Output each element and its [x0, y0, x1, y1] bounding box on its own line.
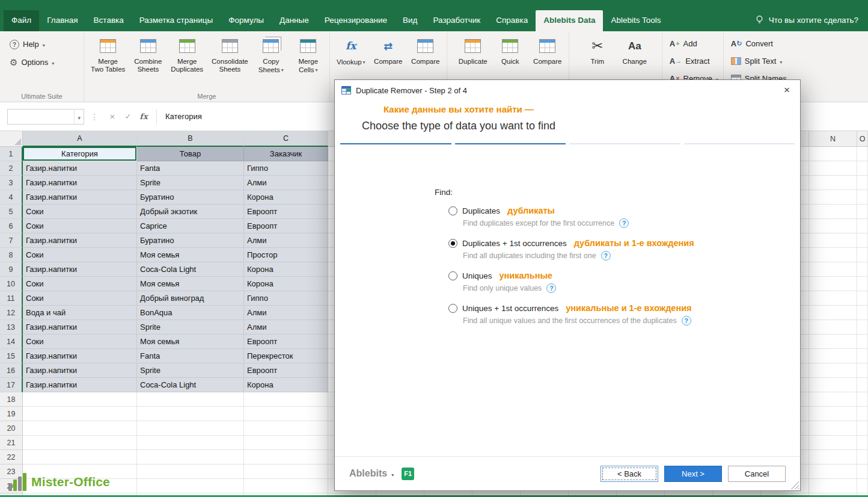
cell-C15[interactable]: Перекресток	[244, 349, 328, 363]
cell-A10[interactable]: Соки	[23, 277, 137, 291]
cell-N11[interactable]	[809, 291, 857, 306]
cell-B5[interactable]: Добрый экзотик	[137, 205, 244, 219]
cell-B3[interactable]: Sprite	[137, 176, 244, 190]
cell-C19[interactable]	[244, 407, 328, 421]
ribbon-tab-item[interactable]: Вид	[395, 10, 425, 31]
row-header-10[interactable]: 10	[0, 277, 23, 291]
formula-bar-value[interactable]: Категория	[165, 112, 202, 121]
cell-A21[interactable]	[23, 436, 137, 450]
confirm-entry-icon[interactable]	[120, 112, 136, 121]
cell-A16[interactable]: Газир.напитки	[23, 363, 137, 378]
cell-O6[interactable]	[857, 219, 868, 233]
ribbon-button-extract[interactable]: Extract	[670, 55, 718, 67]
ribbon-button-merge-duplicates[interactable]: MergeDuplicates	[167, 34, 207, 73]
cell-B10[interactable]: Моя семья	[137, 277, 244, 291]
row-header-11[interactable]: 11	[0, 291, 23, 306]
cell-N7[interactable]	[809, 233, 857, 248]
ribbon-button-change[interactable]: Change	[616, 34, 653, 66]
row-header-3[interactable]: 3	[0, 176, 23, 190]
cell-B21[interactable]	[137, 436, 244, 450]
cell-O19[interactable]	[857, 407, 868, 421]
f1-help-badge[interactable]: F1	[402, 468, 414, 480]
cell-B18[interactable]	[137, 392, 244, 407]
ribbon-button-quick[interactable]: Quick	[492, 34, 529, 66]
cell-B6[interactable]: Caprice	[137, 219, 244, 233]
cell-O22[interactable]	[857, 450, 868, 465]
cell-B19[interactable]	[137, 407, 244, 421]
radio-icon[interactable]	[448, 271, 457, 280]
cell-A13[interactable]: Газир.напитки	[23, 320, 137, 335]
help-circle-icon[interactable]	[601, 251, 611, 261]
cell-A12[interactable]: Вода и чай	[23, 306, 137, 320]
cell-O20[interactable]	[857, 421, 868, 436]
cell-N6[interactable]	[809, 219, 857, 233]
ribbon-tab-ablebits-data[interactable]: Ablebits Data	[536, 10, 603, 31]
cell-A14[interactable]: Соки	[23, 335, 137, 349]
cell-C1[interactable]: Заказчик	[244, 147, 328, 161]
column-header-C[interactable]: C	[244, 131, 328, 147]
row-header-16[interactable]: 16	[0, 363, 23, 378]
cell-C24[interactable]	[244, 479, 328, 493]
cell-A6[interactable]: Соки	[23, 219, 137, 233]
ribbon-button-merge-cells[interactable]: MergeCells	[290, 34, 327, 74]
row-header-22[interactable]: 22	[0, 450, 23, 465]
cell-C22[interactable]	[244, 450, 328, 465]
cell-C13[interactable]: Алми	[244, 320, 328, 335]
ribbon-button-split-text[interactable]: Split Text	[731, 55, 787, 67]
radio-option-uniques-1st-occurrences[interactable]: Uniques + 1st occurrencesуникальные и 1-…	[448, 303, 800, 313]
cell-N16[interactable]	[809, 363, 857, 378]
cell-N13[interactable]	[809, 320, 857, 335]
cell-N20[interactable]	[809, 421, 857, 436]
cancel-button[interactable]: Cancel	[728, 466, 786, 482]
row-header-15[interactable]: 15	[0, 349, 23, 363]
cell-C14[interactable]: Евроопт	[244, 335, 328, 349]
close-icon[interactable]	[776, 82, 798, 99]
ribbon-tab-item[interactable]: Данные	[272, 10, 317, 31]
cell-A18[interactable]	[23, 392, 137, 407]
cell-N18[interactable]	[809, 392, 857, 407]
ribbon-tab-ablebits-tools[interactable]: Ablebits Tools	[603, 10, 668, 31]
ribbon-button-compare[interactable]: Compare	[370, 34, 407, 66]
radio-icon[interactable]	[448, 206, 457, 215]
cell-O16[interactable]	[857, 363, 868, 378]
cell-A7[interactable]: Газир.напитки	[23, 233, 137, 248]
insert-function-icon[interactable]: fx	[136, 112, 151, 121]
cell-C20[interactable]	[244, 421, 328, 436]
cell-A5[interactable]: Соки	[23, 205, 137, 219]
cell-O8[interactable]	[857, 248, 868, 262]
ribbon-tab-item[interactable]: Вставка	[86, 10, 132, 31]
cell-C7[interactable]: Алми	[244, 233, 328, 248]
cell-B9[interactable]: Coca-Cola Light	[137, 262, 244, 277]
ribbon-button-compare[interactable]: Compare	[529, 34, 566, 66]
ribbon-tab-item[interactable]: Разметка страницы	[132, 10, 221, 31]
cell-O2[interactable]	[857, 161, 868, 176]
help-circle-icon[interactable]	[619, 218, 629, 228]
row-header-13[interactable]: 13	[0, 320, 23, 335]
ribbon-tab-item[interactable]: Справка	[488, 10, 536, 31]
ribbon-button-combine-sheets[interactable]: CombineSheets	[129, 34, 167, 73]
ribbon-tab-item[interactable]: Рецензирование	[317, 10, 395, 31]
cell-B2[interactable]: Fanta	[137, 161, 244, 176]
row-header-4[interactable]: 4	[0, 190, 23, 205]
ribbon-tab-item[interactable]: Разработчик	[425, 10, 488, 31]
cell-N15[interactable]	[809, 349, 857, 363]
column-header-N[interactable]: N	[809, 131, 857, 147]
cell-B11[interactable]: Добрый виноград	[137, 291, 244, 306]
ribbon-button-merge-two-tables[interactable]: MergeTwo Tables	[87, 34, 129, 73]
cell-A2[interactable]: Газир.напитки	[23, 161, 137, 176]
cell-N9[interactable]	[809, 262, 857, 277]
cell-B8[interactable]: Моя семья	[137, 248, 244, 262]
cell-A9[interactable]: Газир.напитки	[23, 262, 137, 277]
cell-A20[interactable]	[23, 421, 137, 436]
cell-B12[interactable]: BonAqua	[137, 306, 244, 320]
row-header-8[interactable]: 8	[0, 248, 23, 262]
row-header-6[interactable]: 6	[0, 219, 23, 233]
ribbon-button-vlookup[interactable]: Vlookup	[332, 34, 370, 66]
ribbon-button-copy-sheets[interactable]: CopySheets	[252, 34, 290, 74]
cell-C3[interactable]: Алми	[244, 176, 328, 190]
row-header-2[interactable]: 2	[0, 161, 23, 176]
cell-B1[interactable]: Товар	[137, 147, 244, 161]
ablebits-menu[interactable]: Ablebits	[349, 468, 394, 479]
row-header-20[interactable]: 20	[0, 421, 23, 436]
cell-N17[interactable]	[809, 378, 857, 392]
